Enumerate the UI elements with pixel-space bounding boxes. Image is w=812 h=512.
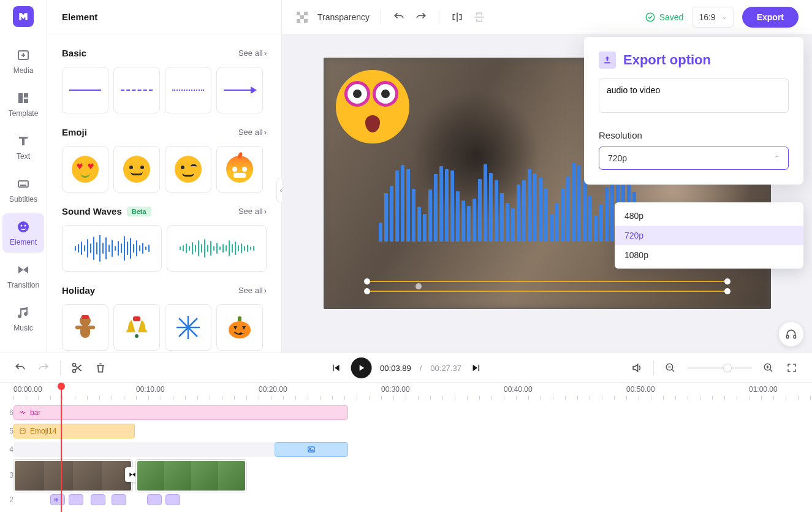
support-button[interactable] [779,322,803,346]
emoji-tongue[interactable] [165,146,211,193]
play-button[interactable] [351,357,371,378]
zoom-knob[interactable] [723,364,732,372]
timeline-toolbar: 00:03.89 / 00:27.37 [0,353,812,383]
left-sidebar: Media Template Text Subtitles Element Tr… [0,0,47,353]
resolution-dropdown: 480p 720p 1080p [615,202,803,269]
audio-clip-6[interactable] [165,494,180,505]
nav-label: Media [13,66,34,75]
timeline-redo[interactable] [37,361,50,375]
see-all-basic[interactable]: See all› [238,48,267,58]
svg-rect-3 [24,99,28,103]
audio-clip-3[interactable] [91,494,105,505]
holiday-pumpkin[interactable] [216,304,263,351]
track-3[interactable]: 3 [0,459,812,493]
section-soundwaves: Sound WavesBeta See all› [62,206,267,272]
delete-button[interactable] [94,361,107,375]
basic-line[interactable] [62,67,108,113]
nav-transition[interactable]: Transition [2,256,44,296]
video-clip-1[interactable] [13,460,132,492]
svg-point-39 [23,430,24,431]
export-title: Export option [599,52,789,69]
export-icon [599,52,616,69]
nav-music[interactable]: Music [2,299,44,338]
resolution-option-480p[interactable]: 480p [615,206,803,226]
svg-rect-30 [787,335,789,338]
basic-arrow[interactable] [216,67,263,113]
nav-element[interactable]: Element [2,213,44,253]
aspect-ratio-select[interactable]: 16:9⌄ [692,7,733,28]
undo-button[interactable] [392,10,406,24]
audio-clip-4[interactable] [112,494,126,505]
clip-emoji14[interactable]: Emoji14 [13,424,135,438]
panel-body[interactable]: Basic See all› Emoji See all› [47,34,281,353]
track-5[interactable]: 5 Emoji14 [0,422,812,440]
split-button[interactable] [70,361,84,375]
holiday-bells[interactable] [113,304,160,351]
timeline-ruler[interactable]: 00:00.0000:10.0000:20.0000:30.0000:40.00… [0,383,812,402]
basic-dashed[interactable] [113,67,160,113]
section-title: Sound WavesBeta [62,206,151,216]
canvas-line-selected[interactable] [366,278,728,296]
zoom-in-button[interactable] [762,361,775,375]
track-4[interactable]: 4 [0,440,812,459]
soundwave-bars[interactable] [62,225,162,272]
transparency-label[interactable]: Transparency [317,12,370,22]
app-logo[interactable] [13,6,34,27]
nav-text[interactable]: Text [2,128,44,167]
redo-button[interactable] [414,10,428,24]
video-clip-2[interactable] [136,460,246,492]
see-all-holiday[interactable]: See all› [238,286,267,295]
timeline-undo[interactable] [13,361,27,375]
flip-horizontal-button[interactable] [450,10,464,24]
nav-media[interactable]: Media [2,42,44,81]
nav-label: Transition [7,281,39,289]
nav-template[interactable]: Template [2,85,44,124]
soundwave-mirror[interactable] [167,225,267,272]
svg-point-6 [18,221,29,232]
track-2[interactable]: 2 [0,493,812,506]
total-duration: 00:27.37 [430,364,461,373]
panel-title: Element [47,0,281,34]
fit-button[interactable] [785,361,799,375]
skip-end-button[interactable] [470,361,484,375]
emoji-angry[interactable] [216,146,263,193]
svg-point-14 [135,334,138,338]
section-emoji: Emoji See all› [62,127,267,193]
chevron-up-icon: ⌃ [774,155,780,162]
transparency-icon[interactable] [295,10,309,24]
see-all-sound[interactable]: See all› [238,207,267,216]
clip-image[interactable] [275,442,348,457]
track-6[interactable]: 6 bar [0,403,812,422]
see-all-emoji[interactable]: See all› [238,128,267,137]
resolution-option-1080p[interactable]: 1080p [615,245,803,265]
emoji-hearteyes[interactable] [62,146,108,193]
basic-dotted[interactable] [165,67,211,113]
svg-rect-27 [297,19,300,23]
rotate-handle[interactable] [415,283,422,289]
nav-subtitles[interactable]: Subtitles [2,170,44,210]
resolution-select[interactable]: 720p ⌃ [599,147,789,170]
export-button[interactable]: Export [742,7,799,28]
canvas-emoji-element[interactable] [336,70,409,143]
resolution-label: Resolution [599,130,789,140]
skip-start-button[interactable] [328,361,342,375]
emoji-smirk[interactable] [113,146,160,193]
mute-button[interactable] [630,361,643,375]
audio-clip-1[interactable] [50,494,65,505]
zoom-slider[interactable] [687,367,752,369]
zoom-out-button[interactable] [664,361,677,375]
holiday-snowflake[interactable] [165,304,211,351]
holiday-gingerbread[interactable] [62,304,108,351]
flip-vertical-button[interactable] [472,10,486,24]
playhead[interactable] [61,383,62,512]
audio-clip-2[interactable] [69,494,83,505]
section-title: Emoji [62,127,87,137]
svg-point-29 [646,13,655,21]
audio-clip-5[interactable] [147,494,162,505]
svg-rect-20 [238,316,241,321]
section-holiday: Holiday See all› [62,285,267,351]
export-name-input[interactable] [599,78,789,113]
beta-badge: Beta [127,207,151,216]
clip-bar[interactable]: bar [13,405,348,420]
resolution-option-720p[interactable]: 720p [615,226,803,245]
